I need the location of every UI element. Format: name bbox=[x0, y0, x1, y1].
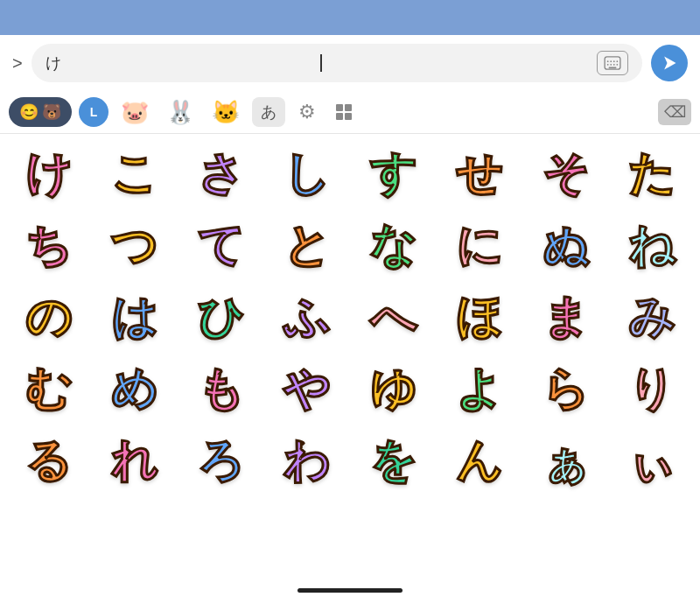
sticker-char: ぬ bbox=[542, 222, 589, 268]
tab-settings[interactable]: ⚙ bbox=[292, 97, 322, 127]
sticker-cell[interactable]: ゆ bbox=[350, 353, 437, 425]
home-indicator bbox=[298, 588, 402, 593]
sticker-cell[interactable]: の bbox=[5, 281, 92, 353]
sticker-char: け bbox=[25, 151, 72, 196]
tab-hiragana[interactable]: あ bbox=[252, 97, 285, 127]
sticker-char: た bbox=[628, 151, 675, 196]
sticker-cell[interactable]: ま bbox=[522, 281, 609, 353]
sticker-cell[interactable]: な bbox=[350, 209, 437, 281]
sticker-cell[interactable]: れ bbox=[92, 425, 178, 496]
sticker-cell[interactable]: つ bbox=[92, 209, 178, 281]
sticker-cell[interactable]: ぃ bbox=[609, 425, 696, 496]
sticker-cell[interactable]: ふ bbox=[264, 281, 351, 353]
input-text: け bbox=[46, 53, 320, 74]
sticker-cell[interactable]: る bbox=[5, 425, 92, 496]
sticker-grid: けこさしすせそたちつてとなにぬねのはひふへほまみむめもやゆよらりるれろわをんぁぃ bbox=[0, 134, 700, 500]
sticker-cell[interactable]: ろ bbox=[178, 425, 264, 496]
message-input[interactable]: け bbox=[32, 44, 642, 82]
sticker-char: は bbox=[111, 294, 158, 340]
sticker-cell[interactable]: て bbox=[178, 209, 264, 281]
sticker-cell[interactable]: や bbox=[264, 353, 351, 425]
tab-sticker-1[interactable]: 🐷 bbox=[116, 96, 154, 128]
sticker-char: を bbox=[370, 438, 416, 483]
tab-letter-l[interactable]: L bbox=[79, 97, 108, 127]
sticker-char: よ bbox=[456, 366, 502, 411]
sticker-cell[interactable]: み bbox=[609, 281, 696, 353]
sticker-char: わ bbox=[284, 438, 330, 483]
sticker-char: こ bbox=[111, 151, 158, 196]
sticker-cell[interactable]: も bbox=[178, 353, 264, 425]
tab-sticker-3[interactable]: 🐱 bbox=[206, 96, 245, 128]
svg-marker-10 bbox=[664, 57, 676, 70]
sticker-cell[interactable]: た bbox=[609, 137, 696, 209]
sticker-char: そ bbox=[542, 151, 589, 196]
sticker-char: や bbox=[284, 366, 330, 411]
sticker-cell[interactable]: ん bbox=[437, 425, 523, 496]
sticker-icon-1: 🐷 bbox=[121, 99, 149, 126]
sticker-cell[interactable]: ら bbox=[522, 353, 609, 425]
sticker-cell[interactable]: む bbox=[5, 353, 92, 425]
sticker-cell[interactable]: し bbox=[264, 137, 351, 209]
sticker-char: め bbox=[111, 366, 158, 411]
gear-icon: ⚙ bbox=[298, 101, 316, 123]
tab-l-label: L bbox=[90, 105, 98, 119]
sticker-char: に bbox=[456, 222, 502, 268]
input-row: > け bbox=[0, 35, 700, 91]
backspace-button[interactable]: ⌫ bbox=[658, 99, 691, 125]
sticker-cell[interactable]: す bbox=[350, 137, 437, 209]
sticker-char: さ bbox=[198, 151, 244, 196]
sticker-char: ほ bbox=[456, 294, 502, 340]
sticker-char: ゆ bbox=[370, 366, 416, 411]
sticker-cell[interactable]: め bbox=[92, 353, 178, 425]
sticker-cell[interactable]: そ bbox=[522, 137, 609, 209]
sticker-cell[interactable]: け bbox=[5, 137, 92, 209]
sticker-char: ね bbox=[628, 222, 675, 268]
sticker-char: ふ bbox=[284, 294, 330, 340]
sticker-cell[interactable]: こ bbox=[92, 137, 178, 209]
sticker-cell[interactable]: へ bbox=[350, 281, 437, 353]
sticker-cell[interactable]: ほ bbox=[437, 281, 523, 353]
sticker-cell[interactable]: に bbox=[437, 209, 523, 281]
sticker-char: ん bbox=[456, 438, 502, 483]
sticker-icon-2: 🐰 bbox=[166, 99, 194, 126]
sticker-cell[interactable]: と bbox=[264, 209, 351, 281]
sticker-cell[interactable]: ぁ bbox=[522, 425, 609, 496]
sticker-cell[interactable]: ね bbox=[609, 209, 696, 281]
backspace-icon: ⌫ bbox=[664, 102, 686, 122]
sticker-char: む bbox=[25, 366, 72, 411]
sticker-char: つ bbox=[111, 222, 158, 268]
sticker-char: な bbox=[370, 222, 416, 268]
sticker-char: へ bbox=[370, 294, 416, 340]
sticker-cell[interactable]: ち bbox=[5, 209, 92, 281]
sticker-cell[interactable]: を bbox=[350, 425, 437, 496]
sticker-char: る bbox=[25, 438, 72, 483]
tab-emoji[interactable]: 😊 🐻 bbox=[9, 97, 72, 127]
sticker-char: ぁ bbox=[542, 438, 589, 483]
sticker-cell[interactable]: さ bbox=[178, 137, 264, 209]
sticker-cell[interactable]: ぬ bbox=[522, 209, 609, 281]
keyboard-toggle-button[interactable] bbox=[597, 51, 628, 75]
tab-sticker-2[interactable]: 🐰 bbox=[161, 96, 200, 128]
sticker-cell[interactable]: は bbox=[92, 281, 178, 353]
sticker-char: し bbox=[284, 151, 330, 196]
sticker-cell[interactable]: わ bbox=[264, 425, 351, 496]
send-button[interactable] bbox=[651, 45, 688, 81]
top-status-bar bbox=[0, 0, 700, 35]
sticker-char: す bbox=[370, 151, 416, 196]
text-cursor bbox=[320, 54, 322, 72]
grid-icon bbox=[336, 104, 352, 120]
sticker-char: ぃ bbox=[628, 438, 675, 483]
sticker-char: ろ bbox=[198, 438, 244, 483]
sticker-char: れ bbox=[111, 438, 158, 483]
sticker-char: ち bbox=[25, 222, 72, 268]
hiragana-char: あ bbox=[261, 102, 276, 123]
tab-grid-view[interactable] bbox=[329, 97, 359, 127]
sticker-cell[interactable]: り bbox=[609, 353, 696, 425]
sticker-char: せ bbox=[456, 151, 502, 196]
sticker-tabs-row: 😊 🐻 L 🐷 🐰 🐱 あ ⚙ ⌫ bbox=[0, 91, 700, 134]
sticker-cell[interactable]: よ bbox=[437, 353, 523, 425]
sticker-cell[interactable]: ひ bbox=[178, 281, 264, 353]
sticker-char: と bbox=[284, 222, 330, 268]
back-chevron-icon[interactable]: > bbox=[12, 53, 23, 74]
sticker-cell[interactable]: せ bbox=[437, 137, 523, 209]
